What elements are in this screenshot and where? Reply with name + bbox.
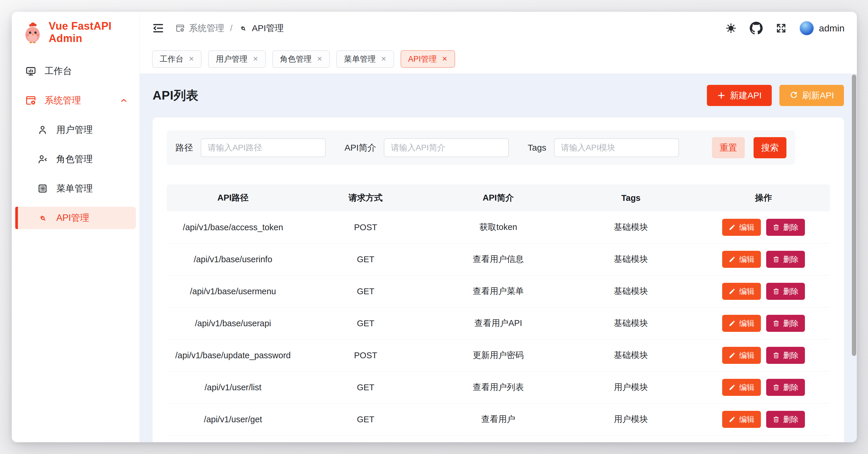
edit-button[interactable]: 编辑: [722, 219, 761, 236]
delete-button[interactable]: 删除: [766, 379, 805, 396]
close-icon[interactable]: ✕: [381, 56, 386, 62]
user-role-icon: [37, 154, 48, 165]
sidebar-item-label: 角色管理: [56, 153, 93, 165]
mascot-chicken-icon: [23, 22, 42, 43]
path-input[interactable]: [201, 138, 326, 157]
cell-tags: 基础模块: [565, 317, 697, 329]
edit-button[interactable]: 编辑: [722, 411, 761, 428]
cell-path: /api/v1/base/userinfo: [167, 255, 299, 264]
close-icon[interactable]: ✕: [317, 56, 322, 62]
pencil-icon: [728, 352, 736, 359]
cell-actions: 编辑 删除: [697, 315, 830, 332]
tab-role-management[interactable]: 角色管理 ✕: [272, 50, 330, 68]
trash-icon: [773, 320, 780, 327]
content-area: API列表 新建API: [140, 74, 857, 442]
close-icon[interactable]: ✕: [189, 56, 194, 62]
table-row: /api/v1/user/get GET 查看用户 用户模块 编辑: [167, 403, 830, 435]
fullscreen-icon[interactable]: [776, 23, 787, 34]
tab-workbench[interactable]: 工作台 ✕: [152, 50, 202, 68]
cell-tags: 基础模块: [565, 221, 697, 233]
plus-icon: [717, 91, 726, 100]
plug-icon: [37, 212, 48, 223]
cell-actions: 编辑 删除: [697, 347, 830, 364]
sidebar-item-menu-management[interactable]: 菜单管理: [15, 177, 136, 200]
breadcrumb-api-management[interactable]: API管理: [238, 22, 283, 34]
cell-summary: 查看用户信息: [432, 253, 565, 265]
path-label: 路径: [176, 142, 193, 154]
page-actions: 新建API 刷新API: [707, 85, 844, 106]
sidebar-collapse-button[interactable]: [152, 22, 164, 34]
cell-tags: 基础模块: [565, 253, 697, 265]
cell-method: GET: [299, 319, 432, 328]
sidebar-item-system-management[interactable]: 系统管理: [15, 89, 136, 112]
filter-tags: Tags: [528, 138, 679, 157]
filter-path: 路径: [176, 138, 326, 157]
vertical-scrollbar-thumb[interactable]: [852, 75, 856, 356]
pencil-icon: [728, 416, 736, 423]
table-row-partial: [167, 435, 830, 442]
close-icon[interactable]: ✕: [253, 56, 258, 62]
filter-panel: 路径 API简介 Tags 重置 搜索: [167, 131, 795, 165]
edit-button[interactable]: 编辑: [722, 251, 761, 268]
breadcrumb-label: API管理: [252, 22, 283, 34]
cell-method: POST: [299, 351, 432, 360]
cell-path: /api/v1/user/list: [167, 382, 299, 392]
main-area: 系统管理 / API管理: [140, 12, 857, 442]
reset-button[interactable]: 重置: [712, 137, 745, 158]
sidebar: Vue FastAPI Admin 工作台: [12, 12, 140, 442]
sidebar-item-workbench[interactable]: 工作台: [15, 60, 136, 82]
summary-input[interactable]: [384, 138, 509, 157]
filter-summary: API简介: [344, 138, 509, 157]
cell-actions: 编辑 删除: [697, 251, 830, 268]
search-button[interactable]: 搜索: [753, 137, 786, 158]
table-row: /api/v1/user/list GET 查看用户列表 用户模块 编辑: [167, 371, 830, 403]
sidebar-item-user-management[interactable]: 用户管理: [15, 119, 136, 141]
desktop-background: Vue FastAPI Admin 工作台: [0, 0, 868, 454]
cell-tags: 用户模块: [565, 381, 697, 393]
trash-icon: [773, 416, 780, 423]
delete-button[interactable]: 删除: [766, 315, 805, 332]
delete-button[interactable]: 删除: [766, 251, 805, 268]
logo[interactable]: Vue FastAPI Admin: [12, 12, 140, 53]
logo-text: Vue FastAPI Admin: [49, 20, 140, 45]
header-actions: admin: [725, 21, 844, 35]
edit-button[interactable]: 编辑: [722, 379, 761, 396]
cell-actions: 编辑 删除: [697, 283, 830, 300]
tab-api-management[interactable]: API管理 ✕: [401, 50, 455, 68]
delete-button[interactable]: 删除: [766, 219, 805, 236]
edit-button[interactable]: 编辑: [722, 315, 761, 332]
delete-button[interactable]: 删除: [766, 411, 805, 428]
cell-summary: 更新用户密码: [432, 349, 565, 361]
cell-summary: 查看用户API: [432, 317, 565, 329]
tab-menu-management[interactable]: 菜单管理 ✕: [336, 50, 394, 68]
user-icon: [37, 124, 48, 135]
tags-input[interactable]: [554, 138, 679, 157]
col-summary: API简介: [432, 192, 565, 204]
edit-button[interactable]: 编辑: [722, 347, 761, 364]
theme-toggle-sun-icon[interactable]: [725, 22, 737, 34]
cell-method: GET: [299, 382, 432, 392]
app-window: Vue FastAPI Admin 工作台: [12, 12, 857, 442]
delete-button[interactable]: 删除: [766, 347, 805, 364]
table-row: /api/v1/base/userapi GET 查看用户API 基础模块 编辑: [167, 308, 830, 339]
trash-icon: [773, 256, 780, 263]
summary-label: API简介: [344, 142, 376, 154]
breadcrumb-system-management[interactable]: 系统管理: [176, 22, 224, 34]
pencil-icon: [728, 256, 736, 263]
close-icon[interactable]: ✕: [442, 56, 447, 62]
sidebar-menu: 工作台 系统管理: [12, 53, 140, 229]
pencil-icon: [728, 288, 736, 295]
delete-button[interactable]: 删除: [766, 283, 805, 300]
sidebar-item-role-management[interactable]: 角色管理: [15, 148, 136, 170]
edit-button[interactable]: 编辑: [722, 283, 761, 300]
cell-actions: 编辑 删除: [697, 411, 830, 428]
user-menu[interactable]: admin: [800, 21, 844, 35]
sidebar-item-api-management[interactable]: API管理: [15, 207, 136, 229]
github-icon[interactable]: [750, 22, 763, 35]
table-row: /api/v1/base/access_token POST 获取token 基…: [167, 211, 830, 244]
new-api-button[interactable]: 新建API: [707, 85, 771, 106]
sidebar-item-label: 用户管理: [56, 124, 93, 136]
tab-user-management[interactable]: 用户管理 ✕: [208, 50, 266, 68]
table-header: API路径 请求方式 API简介 Tags 操作: [167, 185, 830, 211]
refresh-api-button[interactable]: 刷新API: [779, 85, 844, 106]
